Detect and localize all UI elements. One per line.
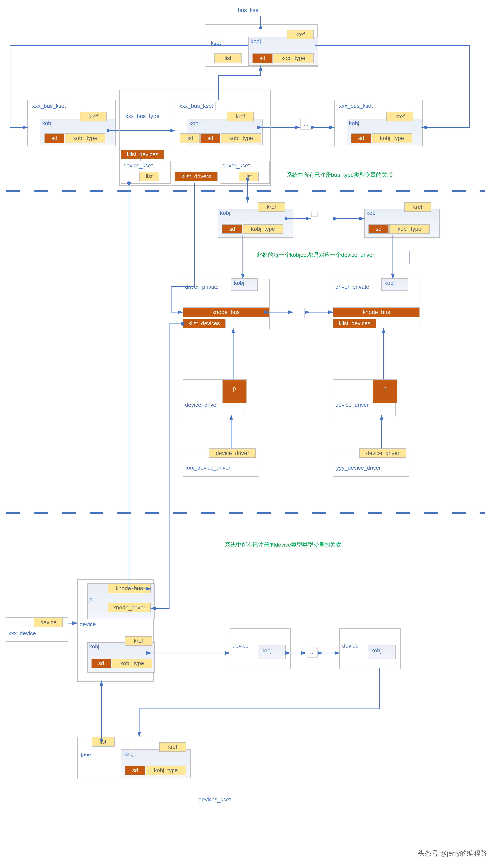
r3-dots xyxy=(311,212,318,217)
dev-chain2-kobj-label: kobj xyxy=(371,647,381,654)
xdd-label: xxx_device_driver xyxy=(186,465,231,471)
xxx-bus-type: xxx_bus_type xyxy=(125,113,159,119)
xxx-dev-label: xxx_device xyxy=(8,630,36,637)
r3-kref1: kref xyxy=(258,202,285,212)
klist-devices-1: klist_devices xyxy=(121,150,164,159)
bot-kset-label: kset xyxy=(81,752,91,759)
bot-kref: kref xyxy=(159,742,186,752)
top-kobj-type: kobj_type xyxy=(273,53,313,63)
dev-chain2-label: device xyxy=(342,642,358,649)
dp2-kobj-label: kobj xyxy=(384,280,395,286)
right-kobj-type: kobj_type xyxy=(372,133,412,143)
green-b: 此处的每一个kobject都是对应一个device_driver xyxy=(257,251,374,259)
title-bus-kset: bus_kset xyxy=(238,7,260,13)
dp2-klist: klist_devices xyxy=(333,318,376,328)
r3-kobj-type2: kobj_type xyxy=(389,224,430,234)
dp1-label: driver_private xyxy=(185,284,219,290)
mid-kref: kref xyxy=(227,112,254,122)
dev-kobj-type: kobj_type xyxy=(112,659,152,668)
dev-device-label: device xyxy=(79,621,96,628)
mid-kobj-type: kobj_type xyxy=(221,133,262,143)
bot-list: list xyxy=(92,737,115,746)
device-kset-list: list xyxy=(139,171,159,181)
r3-kref2: kref xyxy=(404,202,431,212)
green-c: 系统中所有已注册的device类型类型变量的关联 xyxy=(225,541,341,549)
mid-kobj-label: kobj xyxy=(189,120,200,127)
device-kset-label: device_kset xyxy=(124,163,153,169)
top-kref: kref xyxy=(287,30,313,39)
driver-kset-label: driver_kset xyxy=(222,163,250,169)
watermark: 头条号 @jerry的编程路 xyxy=(418,849,487,858)
right-kref: kref xyxy=(386,112,414,122)
driver-kset-list: list xyxy=(239,171,259,181)
mid-list: list xyxy=(180,133,200,143)
left-bus-kset-label: xxx_bus_kset xyxy=(30,102,68,110)
ydd-label: yyy_device_driver xyxy=(336,465,381,471)
mid-bus-kset-label: xxx_bus_kset xyxy=(177,102,216,110)
left-kref: kref xyxy=(79,112,107,122)
dd2-label: device_driver xyxy=(335,402,369,408)
dp1-kobj-label: kobj xyxy=(234,280,244,286)
dev-kobj-label: kobj xyxy=(89,644,99,650)
dev-chain-dots: ... xyxy=(307,647,318,658)
dev-knode-bus: knode_bus xyxy=(108,584,151,593)
dd1-p: p xyxy=(222,379,247,403)
right-bus-kset-label: xxx_bus_kset xyxy=(337,102,375,110)
dp2-label: driver_private xyxy=(335,284,369,290)
dev-sd: sd xyxy=(91,659,111,668)
dp1-klist: klist_devices xyxy=(183,318,226,328)
top-list: list xyxy=(214,53,242,63)
klist-drivers: klist_drivers xyxy=(175,171,218,181)
mid-sd: sd xyxy=(200,133,221,143)
r3-kobj1-label: kobj xyxy=(220,210,230,216)
dev-chain1-kobj-label: kobj xyxy=(262,647,271,654)
bot-sd: sd xyxy=(125,766,145,775)
r3-kobj-type1: kobj_type xyxy=(243,224,283,234)
dev-chain1-label: device xyxy=(232,642,248,649)
right-kobj-label: kobj xyxy=(349,120,359,127)
dev-kref: kref xyxy=(125,636,152,646)
bot-kobj-type: kobj_type xyxy=(146,766,186,775)
left-kobj-type: kobj_type xyxy=(65,133,105,143)
right-sd: sd xyxy=(351,133,371,143)
dev-knode-driver: knode_driver xyxy=(108,603,151,613)
top-kobj-label: kobj xyxy=(251,38,261,45)
dev-p-label: p xyxy=(89,596,92,603)
kset-label: kset xyxy=(209,39,223,48)
r3-sd1: sd xyxy=(222,224,242,234)
dp-dots: ... xyxy=(294,308,305,319)
dp1-knode: knode_bus xyxy=(183,307,269,317)
left-kobj-label: kobj xyxy=(42,120,52,127)
r3-sd2: sd xyxy=(369,224,389,234)
xxx-dev-yellow: device xyxy=(34,618,63,627)
dp2-knode: knode_bus xyxy=(333,307,420,317)
dd1-label: device_driver xyxy=(185,402,218,408)
row2-dots: ... xyxy=(300,119,311,130)
r3-kobj2-label: kobj xyxy=(366,210,377,216)
top-sd: sd xyxy=(252,53,273,63)
left-sd: sd xyxy=(44,133,64,143)
title-devices-kset: devices_kset xyxy=(199,796,231,803)
dd2-p: p xyxy=(373,379,397,403)
green-a: 系统中所有已注册bus_type类型变量的关联 xyxy=(287,171,393,179)
xdd-dd: device_driver xyxy=(209,448,256,458)
ydd-dd: device_driver xyxy=(359,448,406,458)
bot-kobj-label: kobj xyxy=(124,751,134,757)
